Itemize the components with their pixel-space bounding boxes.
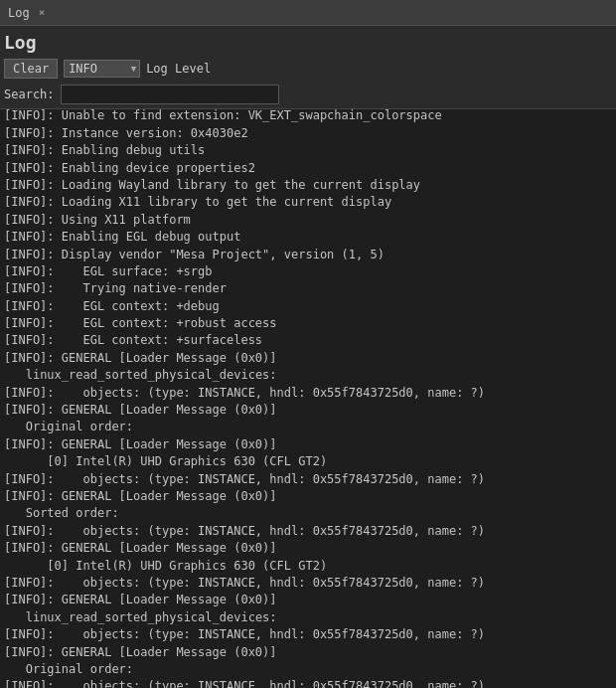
log-line: [INFO]: objects: (type: INSTANCE, hndl: … xyxy=(4,575,612,592)
log-line: [INFO]: Loading Wayland library to get t… xyxy=(4,177,612,194)
log-line: [INFO]: EGL context: +robust access xyxy=(4,315,612,332)
log-line: [INFO]: objects: (type: INSTANCE, hndl: … xyxy=(4,678,612,688)
search-label: Search: xyxy=(4,87,55,101)
clear-button[interactable]: Clear xyxy=(4,59,58,79)
search-row: Search: xyxy=(4,85,608,104)
log-line: [INFO]: GENERAL [Loader Message (0x0)] xyxy=(4,402,612,419)
close-button[interactable]: × xyxy=(36,6,49,19)
log-content[interactable]: [INFO]: Guessed window scale factor: 1[I… xyxy=(0,109,616,688)
log-line: [INFO]: Enabling debug utils xyxy=(4,142,612,159)
log-line: [INFO]: objects: (type: INSTANCE, hndl: … xyxy=(4,385,612,402)
log-level-label: Log Level xyxy=(146,62,211,76)
log-line: [0] Intel(R) UHD Graphics 630 (CFL GT2) xyxy=(4,558,612,575)
log-line: linux_read_sorted_physical_devices: xyxy=(4,609,612,626)
log-line: Sorted order: xyxy=(4,505,612,522)
log-line: [INFO]: GENERAL [Loader Message (0x0)] xyxy=(4,350,612,367)
log-line: [INFO]: GENERAL [Loader Message (0x0)] xyxy=(4,488,612,505)
log-level-select[interactable]: DEBUGINFOWARNINGERROR xyxy=(64,60,140,78)
log-line: [INFO]: GENERAL [Loader Message (0x0)] xyxy=(4,436,612,453)
log-line: [INFO]: EGL context: +debug xyxy=(4,298,612,315)
log-line: linux_read_sorted_physical_devices: xyxy=(4,367,612,384)
log-line: [INFO]: EGL context: +surfaceless xyxy=(4,332,612,349)
log-line: Original order: xyxy=(4,419,612,435)
log-line: [INFO]: GENERAL [Loader Message (0x0)] xyxy=(4,644,612,661)
log-line: [INFO]: Loading X11 library to get the c… xyxy=(4,194,612,211)
log-level-wrapper: DEBUGINFOWARNINGERROR xyxy=(64,60,140,78)
title-bar-label: Log xyxy=(8,6,30,20)
log-line: [0] Intel(R) UHD Graphics 630 (CFL GT2) xyxy=(4,453,612,470)
toolbar: Clear DEBUGINFOWARNINGERROR Log Level xyxy=(4,59,608,79)
log-line: [INFO]: Enabling EGL debug output xyxy=(4,229,612,246)
log-line: [INFO]: objects: (type: INSTANCE, hndl: … xyxy=(4,471,612,488)
log-title: Log xyxy=(4,32,608,53)
log-line: [INFO]: objects: (type: INSTANCE, hndl: … xyxy=(4,626,612,643)
log-header: Log Clear DEBUGINFOWARNINGERROR Log Leve… xyxy=(0,26,616,109)
log-line: [INFO]: GENERAL [Loader Message (0x0)] xyxy=(4,592,612,608)
log-line: [INFO]: Using X11 platform xyxy=(4,212,612,229)
log-line: [INFO]: GENERAL [Loader Message (0x0)] xyxy=(4,540,612,557)
log-line: [INFO]: EGL surface: +srgb xyxy=(4,263,612,280)
search-input[interactable] xyxy=(61,85,279,104)
log-line: [INFO]: Instance version: 0x4030e2 xyxy=(4,125,612,142)
title-bar: Log × xyxy=(0,0,616,26)
log-line: [INFO]: Enabling device properties2 xyxy=(4,160,612,177)
log-line: [INFO]: Display vendor "Mesa Project", v… xyxy=(4,247,612,263)
log-line: Original order: xyxy=(4,661,612,678)
log-line: [INFO]: objects: (type: INSTANCE, hndl: … xyxy=(4,523,612,540)
log-line: [INFO]: Trying native-render xyxy=(4,280,612,297)
log-line: [INFO]: Unable to find extension: VK_EXT… xyxy=(4,109,612,125)
